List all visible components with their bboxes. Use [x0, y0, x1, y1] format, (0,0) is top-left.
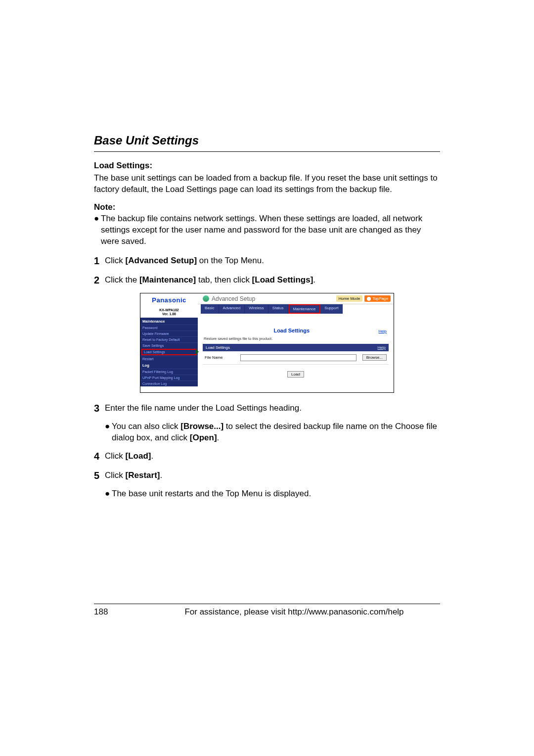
advanced-setup-text: Advanced Setup [212, 295, 255, 302]
top-page-label: TopPage [372, 296, 388, 301]
browse-button[interactable]: Browse... [362, 354, 387, 361]
bullet-dot: ● [105, 421, 112, 444]
s3-sub-b1: [Browse...] [180, 422, 223, 431]
version-label: Ver. 1.00 [140, 312, 198, 318]
screenshot-sidebar: Panasonic KX-WPA102 Ver. 1.00 Maintenanc… [140, 293, 198, 392]
step-1-bold: [Advanced Setup] [126, 256, 197, 265]
page-title: Base Unit Settings [94, 134, 440, 147]
step-4-text: Click [Load]. [105, 450, 440, 463]
step-1-text: Click [Advanced Setup] on the Top Menu. [105, 254, 440, 268]
step-1-post: on the Top Menu. [197, 256, 264, 265]
page-footer: 188 For assistance, please visit http://… [94, 604, 440, 617]
step-1: 1 Click [Advanced Setup] on the Top Menu… [94, 254, 440, 268]
note-text: The backup file contains network setting… [101, 213, 440, 247]
s5-post: . [160, 471, 162, 480]
load-settings-heading: Load Settings: [94, 161, 440, 171]
step-number-1: 1 [94, 254, 105, 268]
nav-item-load-settings[interactable]: Load Settings [141, 349, 197, 355]
s4-pre: Click [105, 451, 126, 461]
step-number-5: 5 [94, 469, 105, 482]
file-name-row: File Name Browse... [203, 351, 389, 365]
advanced-setup-label: Advanced Setup [203, 295, 255, 302]
file-name-label: File Name [205, 355, 234, 360]
screenshot-header: Advanced Setup Home Mode TopPage [198, 293, 394, 304]
advanced-setup-icon [203, 295, 209, 302]
nav-item-update-firmware[interactable]: Update Firmware [140, 331, 198, 336]
step-5: 5 Click [Restart]. [94, 469, 440, 482]
step-3-sub-text: You can also click [Browse...] to select… [112, 421, 440, 444]
nav-item-connection-log[interactable]: Connection Log [140, 380, 198, 386]
manual-page: Base Unit Settings Load Settings: The ba… [0, 0, 534, 666]
step-5-sub-text: The base unit restarts and the Top Menu … [112, 488, 440, 500]
note-label: Note: [94, 202, 440, 212]
step-number-2: 2 [94, 274, 105, 287]
highlight-arrow-icon [195, 349, 199, 355]
s3-sub-post: . [217, 433, 220, 442]
nav-item-save-settings[interactable]: Save Settings [140, 342, 198, 348]
s5-b: [Restart] [126, 471, 160, 480]
s5-pre: Click [105, 471, 126, 480]
step-4: 4 Click [Load]. [94, 450, 440, 463]
top-page-icon [367, 297, 371, 301]
top-page-badge[interactable]: TopPage [364, 295, 391, 302]
tab-support[interactable]: Support [320, 304, 343, 314]
note-bullet: ● The backup file contains network setti… [94, 213, 440, 247]
nav-item-packet-log[interactable]: Packet Filtering Log [140, 369, 198, 375]
load-button[interactable]: Load [287, 371, 304, 378]
assistance-text: For assistance, please visit http://www.… [148, 607, 440, 617]
nav-maintenance-group: Maintenance Password Update Firmware Res… [140, 318, 198, 386]
sub-band: Load Settings Help [203, 344, 389, 351]
title-rule [94, 151, 440, 152]
bullet-dot: ● [94, 213, 101, 247]
step-2-text: Click the [Maintenance] tab, then click … [105, 274, 440, 287]
sub-band-label: Load Settings [206, 345, 230, 350]
step-3-text: Enter the file name under the Load Setti… [105, 402, 440, 415]
page-number: 188 [94, 607, 148, 617]
nav-item-reset-factory[interactable]: Reset to Factory Default [140, 336, 198, 342]
s3-sub-b2: [Open] [190, 433, 217, 442]
tab-basic[interactable]: Basic [201, 304, 219, 314]
step-2-b1: [Maintenance] [139, 275, 196, 284]
nav-header-log: Log [140, 362, 198, 369]
help-link-top[interactable]: Help [379, 329, 387, 333]
bullet-dot: ● [105, 488, 112, 500]
step-5-sub: ● The base unit restarts and the Top Men… [105, 488, 440, 500]
step-number-4: 4 [94, 450, 105, 463]
step-2-mid: tab, then click [196, 275, 252, 284]
nav-item-load-settings-label: Load Settings [144, 350, 165, 354]
load-settings-text: The base unit settings can be loaded fro… [94, 173, 440, 195]
tab-maintenance[interactable]: Maintenance [288, 304, 321, 314]
file-name-input[interactable] [240, 354, 356, 361]
nav-header-maintenance: Maintenance [140, 318, 198, 325]
tab-wireless[interactable]: Wireless [245, 304, 268, 314]
s4-b: [Load] [126, 451, 151, 461]
step-2-pre: Click the [105, 275, 139, 284]
brand-logo: Panasonic [152, 296, 186, 304]
tab-advanced[interactable]: Advanced [219, 304, 245, 314]
nav-item-upnp-log[interactable]: UPnP Port Mapping Log [140, 375, 198, 380]
s4-post: . [151, 451, 154, 461]
step-2: 2 Click the [Maintenance] tab, then clic… [94, 274, 440, 287]
help-link-band[interactable]: Help [378, 345, 386, 350]
step-number-3: 3 [94, 402, 105, 415]
panel-description: Restore saved settings file to this prod… [204, 336, 389, 341]
nav-item-password[interactable]: Password [140, 325, 198, 331]
s3-sub-pre: You can also click [112, 422, 180, 431]
step-5-text: Click [Restart]. [105, 469, 440, 482]
screenshot-main: Advanced Setup Home Mode TopPage Basic A… [198, 293, 394, 392]
step-3-sub: ● You can also click [Browse...] to sele… [105, 421, 440, 444]
nav-item-restart[interactable]: Restart [140, 356, 198, 362]
home-mode-badge[interactable]: Home Mode [336, 295, 363, 302]
tab-bar: Basic Advanced Wireless Status Maintenan… [198, 304, 394, 317]
load-settings-panel: Load Settings Help Restore saved setting… [198, 317, 394, 392]
panel-title: Load Settings [273, 328, 310, 333]
step-2-b2: [Load Settings] [252, 275, 313, 284]
step-2-post: . [313, 275, 315, 284]
step-1-pre: Click [105, 256, 126, 265]
tab-status[interactable]: Status [268, 304, 288, 314]
settings-screenshot: Panasonic KX-WPA102 Ver. 1.00 Maintenanc… [140, 293, 394, 393]
step-3: 3 Enter the file name under the Load Set… [94, 402, 440, 415]
model-label: KX-WPA102 [140, 307, 198, 312]
